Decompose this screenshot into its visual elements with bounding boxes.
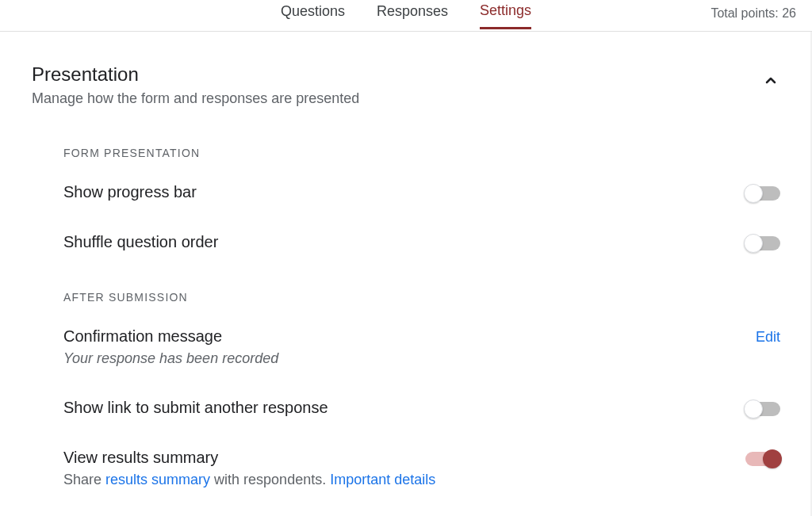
presentation-section-header: Presentation Manage how the form and res… [32, 63, 780, 107]
shuffle-toggle[interactable] [745, 235, 780, 250]
row-shuffle: Shuffle question order [63, 233, 780, 251]
collapse-icon[interactable] [761, 71, 780, 94]
row-submit-another: Show link to submit another response [63, 399, 780, 417]
tab-questions[interactable]: Questions [281, 3, 345, 28]
row-confirmation: Confirmation message Your response has b… [63, 327, 780, 367]
results-summary-desc-prefix: Share [63, 472, 105, 487]
results-summary-label: View results summary [63, 449, 745, 467]
shuffle-label: Shuffle question order [63, 233, 745, 251]
after-submission-heading: AFTER SUBMISSION [63, 291, 780, 304]
tab-settings[interactable]: Settings [480, 2, 531, 29]
confirmation-message: Your response has been recorded [63, 350, 756, 367]
progress-bar-label: Show progress bar [63, 183, 745, 201]
row-progress-bar: Show progress bar [63, 183, 780, 201]
total-points-label: Total points: 26 [710, 6, 796, 21]
results-summary-link[interactable]: results summary [105, 472, 210, 487]
section-subtitle: Manage how the form and responses are pr… [32, 90, 359, 107]
results-summary-toggle[interactable] [745, 450, 780, 466]
confirmation-label: Confirmation message [63, 327, 756, 346]
tabs: Questions Responses Settings [281, 2, 531, 29]
progress-bar-toggle[interactable] [745, 185, 780, 201]
row-results-summary: View results summary Share results summa… [63, 449, 780, 488]
form-presentation-heading: FORM PRESENTATION [63, 147, 780, 159]
form-presentation-subsection: FORM PRESENTATION Show progress bar Shuf… [63, 147, 780, 251]
submit-another-label: Show link to submit another response [63, 399, 745, 417]
settings-content: Presentation Manage how the form and res… [0, 32, 812, 488]
results-summary-desc-mid: with respondents. [210, 472, 330, 487]
section-title: Presentation [32, 63, 359, 86]
results-summary-desc: Share results summary with respondents. … [63, 472, 745, 488]
after-submission-subsection: AFTER SUBMISSION Confirmation message Yo… [63, 291, 780, 488]
tab-responses[interactable]: Responses [377, 3, 448, 28]
important-details-link[interactable]: Important details [330, 472, 435, 487]
top-bar: Questions Responses Settings Total point… [0, 0, 812, 32]
submit-another-toggle[interactable] [745, 400, 780, 416]
edit-confirmation-button[interactable]: Edit [756, 329, 780, 346]
